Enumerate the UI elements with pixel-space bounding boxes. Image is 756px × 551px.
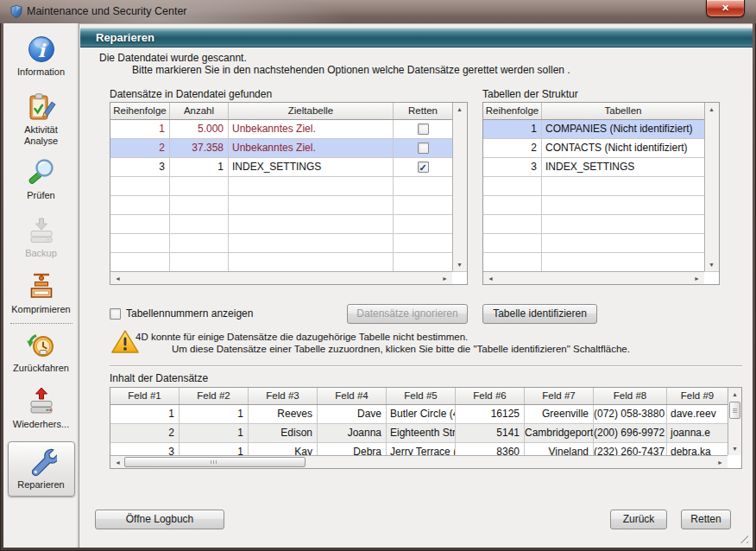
- title-bar[interactable]: Maintenance und Security Center ✕: [0, 0, 756, 23]
- cell-table: INDEX_SETTINGS: [542, 158, 704, 176]
- empty-row: [483, 177, 719, 196]
- scroll-down-icon[interactable]: ▼: [705, 258, 718, 271]
- empty-row: [110, 253, 467, 272]
- table-row[interactable]: 1 1 Reeves Dave Butler Circle (4 16125 G…: [110, 405, 741, 424]
- structure-table-header: Reihenfolge Tabellen: [483, 103, 719, 120]
- cell: Vineland: [525, 443, 594, 455]
- cell-order: 3: [483, 158, 542, 176]
- column-header[interactable]: Retten: [394, 103, 452, 119]
- scroll-right-icon[interactable]: ►: [438, 272, 451, 285]
- open-logbook-button[interactable]: Öffne Logbuch: [95, 510, 224, 529]
- scroll-up-icon[interactable]: ▲: [705, 103, 718, 116]
- scroll-left-icon[interactable]: ◄: [111, 456, 124, 469]
- column-header[interactable]: Feld #5: [387, 388, 456, 404]
- scroll-up-icon[interactable]: ▲: [728, 388, 741, 401]
- table-row[interactable]: 3 1 INDEX_SETTINGS ✓: [110, 158, 467, 177]
- cell-target: Unbekanntes Ziel.: [229, 120, 394, 138]
- sidebar-item-verify[interactable]: Prüfen: [7, 157, 76, 201]
- table-row[interactable]: 1 5.000 Unbekanntes Ziel.: [110, 120, 467, 139]
- column-header[interactable]: Feld #3: [249, 388, 318, 404]
- ignore-records-button: Datensätze ignorieren: [347, 304, 468, 324]
- vertical-scrollbar[interactable]: ▲ ▼: [704, 103, 719, 271]
- scroll-up-icon[interactable]: ▲: [453, 103, 466, 116]
- column-header[interactable]: Tabellen: [542, 103, 704, 119]
- column-header[interactable]: Feld #6: [456, 388, 525, 404]
- column-header[interactable]: Feld #8: [594, 388, 667, 404]
- rescue-checkbox[interactable]: [418, 124, 429, 135]
- horizontal-scrollbar[interactable]: ◄ ►: [110, 455, 728, 468]
- close-button[interactable]: ✕: [706, 0, 745, 17]
- scroll-left-icon[interactable]: ◄: [484, 272, 497, 285]
- cell: 1: [180, 424, 249, 442]
- sidebar-item-activity-analysis[interactable]: Aktivität Analyse: [7, 92, 76, 147]
- table-row-selected[interactable]: 2 37.358 Unbekanntes Ziel.: [110, 139, 467, 158]
- records-table-title: Datensätze in Datendatei gefunden: [110, 88, 272, 100]
- table-row[interactable]: 3 1 Kay Debra Jerry Terrace (16 8360 Vin…: [110, 443, 741, 455]
- horizontal-scrollbar[interactable]: ◄ ►: [483, 271, 704, 284]
- scroll-right-icon[interactable]: ►: [690, 272, 703, 285]
- cell: 1: [180, 443, 249, 455]
- cell: dave.reev: [667, 405, 728, 423]
- table-row[interactable]: 3 INDEX_SETTINGS: [483, 158, 719, 177]
- table-row-selected[interactable]: 1 COMPANIES (Nicht identifiziert): [483, 120, 719, 139]
- scroll-down-icon[interactable]: ▼: [453, 258, 466, 271]
- column-header[interactable]: Anzahl: [170, 103, 229, 119]
- show-table-numbers-checkbox[interactable]: [110, 308, 121, 320]
- scroll-down-icon[interactable]: ▼: [728, 442, 741, 455]
- cell: Reeves: [249, 405, 318, 423]
- cell-order: 2: [110, 139, 170, 157]
- vertical-scrollbar[interactable]: ▲ ▼: [452, 103, 467, 271]
- cell: (232) 260-7437: [594, 443, 667, 455]
- structure-table: Reihenfolge Tabellen 1 COMPANIES (Nicht …: [482, 102, 720, 285]
- column-header[interactable]: Feld #2: [180, 388, 249, 404]
- cell-order: 1: [110, 120, 170, 138]
- vertical-scrollbar[interactable]: ▲ ▼: [728, 388, 741, 455]
- column-header[interactable]: Zieltabelle: [229, 103, 394, 119]
- rescue-button[interactable]: Retten: [681, 510, 731, 529]
- table-row[interactable]: 2 1 Edison Joanna Eighteenth Stre 5141 C…: [110, 424, 741, 443]
- sidebar-item-label: Aktivität Analyse: [16, 124, 66, 147]
- sidebar-item-restore[interactable]: Wiederhers...: [7, 386, 76, 430]
- scrollbar-thumb[interactable]: [729, 402, 740, 419]
- section-divider: [110, 365, 742, 367]
- column-header[interactable]: Feld #9: [667, 388, 728, 404]
- cell: 2: [110, 424, 180, 442]
- table-row[interactable]: 2 CONTACTS (Nicht identifiziert): [483, 139, 719, 158]
- column-header[interactable]: Reihenfolge: [110, 103, 170, 119]
- cell: Jerry Terrace (16: [387, 443, 456, 455]
- sidebar-item-compact[interactable]: Komprimieren: [7, 271, 76, 315]
- column-header[interactable]: Feld #1: [110, 388, 180, 404]
- cell: (200) 696-9972: [594, 424, 667, 442]
- empty-row: [483, 215, 719, 234]
- empty-row: [483, 253, 719, 272]
- column-header[interactable]: Feld #7: [525, 388, 594, 404]
- horizontal-scrollbar[interactable]: ◄ ►: [110, 271, 452, 284]
- column-header[interactable]: Feld #4: [318, 388, 387, 404]
- compact-press-icon: [26, 271, 57, 302]
- cell-order: 1: [483, 120, 542, 138]
- identify-table-button[interactable]: Tabelle identifizieren: [482, 304, 597, 324]
- cell-rescue: ✓: [394, 158, 452, 176]
- cell-table: CONTACTS (Nicht identifiziert): [542, 139, 704, 157]
- scroll-right-icon[interactable]: ►: [714, 456, 727, 469]
- sidebar-item-information[interactable]: i Information: [7, 34, 76, 78]
- sidebar-item-rollback[interactable]: Zurückfahren: [7, 330, 76, 374]
- sidebar-item-repair[interactable]: Reparieren: [8, 441, 75, 497]
- sidebar: i Information Aktivität Analyse: [3, 23, 79, 548]
- backup-icon: [26, 215, 57, 246]
- show-table-numbers-label[interactable]: Tabellennummern anzeigen: [126, 307, 253, 320]
- back-button[interactable]: Zurück: [610, 510, 667, 529]
- column-header[interactable]: Reihenfolge: [483, 103, 542, 119]
- warning-line-1: 4D konnte für einige Datensätze die dazu…: [135, 332, 468, 342]
- cell: Cambridgeport: [525, 424, 594, 442]
- cell: Debra: [318, 443, 387, 455]
- app-surface: i Information Aktivität Analyse: [3, 23, 753, 548]
- rescue-checkbox[interactable]: [418, 142, 429, 154]
- scroll-left-icon[interactable]: ◄: [111, 272, 124, 285]
- rescue-checkbox-checked[interactable]: ✓: [418, 162, 429, 173]
- rollback-clock-icon: [26, 330, 57, 361]
- scrollbar-thumb[interactable]: [124, 457, 306, 467]
- cell-count: 37.358: [170, 139, 229, 157]
- structure-table-title: Tabellen der Struktur: [482, 88, 578, 100]
- cell-table: COMPANIES (Nicht identifiziert): [542, 120, 704, 138]
